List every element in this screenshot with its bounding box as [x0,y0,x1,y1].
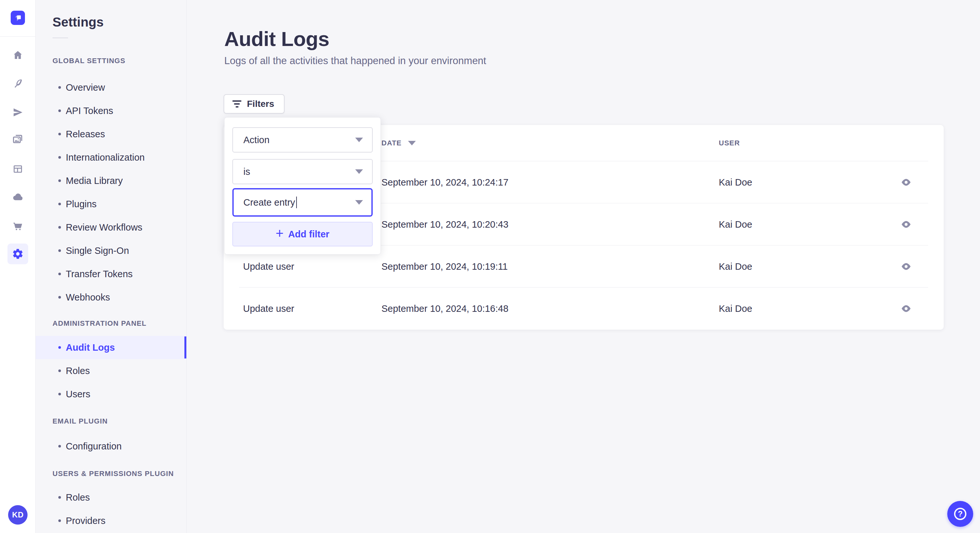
sidebar-item-internationalization[interactable]: Internationalization [36,146,186,169]
sidebar-item-releases[interactable]: Releases [36,122,186,146]
sidebar-item-api-tokens[interactable]: API Tokens [36,99,186,122]
filter-lines-icon [232,100,242,108]
sidebar-item-plugins[interactable]: Plugins [36,192,186,216]
bullet-icon [58,156,61,159]
filter-value-combobox[interactable]: Create entry [232,188,373,217]
bullet-icon [58,445,61,447]
view-details-eye-icon[interactable] [893,211,919,237]
bullet-icon [58,370,61,372]
strapi-logo[interactable] [11,11,25,25]
add-filter-label: Add filter [288,229,329,240]
bullet-icon [58,86,61,89]
add-filter-button[interactable]: + Add filter [232,222,373,246]
bullet-icon [58,133,61,135]
bullet-icon [58,519,61,522]
bullet-icon [58,226,61,228]
cell-user: Kai Doe [719,261,887,272]
sidebar-item-audit-logs[interactable]: Audit Logs [36,336,186,359]
cart-icon[interactable] [9,217,27,235]
sidebar-item-email-configuration[interactable]: Configuration [36,435,186,458]
cell-user: Kai Doe [719,177,887,188]
page-subtitle: Logs of all the activities that happened… [224,54,486,67]
help-button[interactable]: ? [947,501,973,527]
filters-button[interactable]: Filters [224,94,285,114]
section-administration-panel: ADMINISTRATION PANEL [52,320,186,327]
bullet-icon [58,346,61,349]
plus-icon: + [276,227,284,240]
table-row[interactable]: Update user September 10, 2024, 10:16:48… [224,287,944,330]
sidebar-item-media-library[interactable]: Media Library [36,169,186,192]
page-title: Audit Logs [224,27,329,51]
column-header-user: USER [719,139,887,148]
cell-date: September 10, 2024, 10:16:48 [382,303,719,314]
sidebar-item-admin-users[interactable]: Users [36,382,186,406]
sidebar-item-overview[interactable]: Overview [36,76,186,99]
view-details-eye-icon[interactable] [893,296,919,322]
sidebar-item-review-workflows[interactable]: Review Workflows [36,216,186,239]
cell-user: Kai Doe [719,303,887,314]
filter-field-select[interactable]: Action [232,127,373,152]
sidebar-title: Settings [52,14,186,30]
filter-operator-value: is [243,167,250,177]
cell-date: September 10, 2024, 10:24:17 [382,177,719,188]
column-header-date[interactable]: DATE [382,139,719,148]
sort-desc-icon [408,141,416,145]
filter-value-text: Create entry [243,197,295,208]
filter-operator-select[interactable]: is [232,159,373,184]
paper-plane-icon[interactable] [9,103,27,121]
text-cursor [296,197,297,208]
nav-rail: KD [0,0,36,533]
bullet-icon [58,179,61,182]
bullet-icon [58,203,61,205]
media-library-icon[interactable] [9,130,27,148]
bullet-icon [58,393,61,395]
filter-field-value: Action [243,135,270,145]
cell-date: September 10, 2024, 10:19:11 [382,261,719,272]
settings-gear-icon[interactable] [8,244,28,264]
bullet-icon [58,249,61,252]
rail-divider [0,36,36,36]
cell-user: Kai Doe [719,219,887,230]
sidebar-item-up-roles[interactable]: Roles [36,486,186,509]
sidebar-title-divider [52,38,68,38]
cell-action: Update user [243,303,382,314]
chevron-down-icon [355,169,363,174]
strapi-logo-icon [14,14,22,22]
sidebar-item-single-sign-on[interactable]: Single Sign-On [36,239,186,262]
sidebar-item-admin-roles[interactable]: Roles [36,359,186,382]
filter-popover: Action is Create entry + Add filter [224,117,381,254]
layout-icon[interactable] [9,160,27,178]
filters-button-label: Filters [247,99,274,109]
bullet-icon [58,496,61,499]
cell-date: September 10, 2024, 10:20:43 [382,219,719,230]
bullet-icon [58,109,61,112]
home-icon[interactable] [9,46,27,64]
cell-action: Update user [243,261,382,272]
section-users-permissions-plugin: USERS & PERMISSIONS PLUGIN [52,470,186,477]
question-mark-icon: ? [954,508,966,520]
app-screen: KD Settings GLOBAL SETTINGS Overview API… [0,0,980,533]
chevron-down-icon [355,200,363,205]
view-details-eye-icon[interactable] [893,254,919,279]
settings-sidebar: Settings GLOBAL SETTINGS Overview API To… [36,0,187,533]
cloud-icon[interactable] [9,188,27,206]
section-global-settings: GLOBAL SETTINGS [52,57,186,65]
section-email-plugin: EMAIL PLUGIN [52,417,186,425]
sidebar-item-webhooks[interactable]: Webhooks [36,286,186,309]
view-details-eye-icon[interactable] [893,169,919,195]
avatar[interactable]: KD [8,505,27,525]
bullet-icon [58,296,61,298]
bullet-icon [58,273,61,275]
sidebar-item-up-providers[interactable]: Providers [36,509,186,532]
feather-icon[interactable] [9,75,27,93]
sidebar-item-transfer-tokens[interactable]: Transfer Tokens [36,262,186,286]
chevron-down-icon [355,138,363,142]
